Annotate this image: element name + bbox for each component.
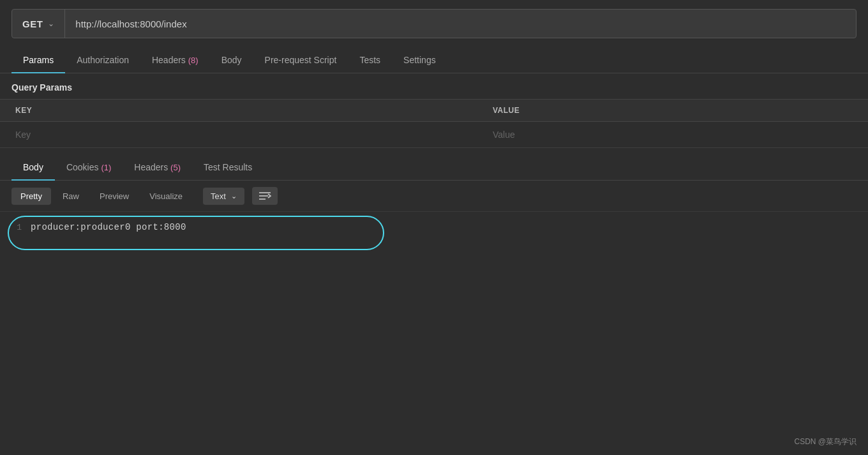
text-format-dropdown[interactable]: Text ⌄ [203,188,244,205]
format-bar: Pretty Raw Preview Visualize Text ⌄ [0,181,868,212]
tab-params[interactable]: Params [11,47,65,73]
tab-tests[interactable]: Tests [348,47,392,73]
headers-badge: (8) [188,56,198,65]
request-tabs: Params Authorization Headers (8) Body Pr… [0,47,868,73]
col-header-value: VALUE [477,100,868,122]
wrap-icon [258,191,271,201]
query-params-header: Query Params [0,73,868,99]
http-method: GET [22,19,43,29]
word-wrap-button[interactable] [252,187,278,205]
params-table: KEY VALUE Key Value [0,99,868,148]
url-bar: GET ⌄ [11,9,857,38]
response-tab-testresults[interactable]: Test Results [192,154,264,180]
response-body: 1 producer:producer0 port:8000 [0,212,868,242]
text-dropdown-chevron-icon: ⌄ [231,192,237,200]
tab-body[interactable]: Body [210,47,253,73]
tab-authorization[interactable]: Authorization [65,47,140,73]
response-headers-badge: (5) [170,163,181,172]
url-input[interactable] [65,10,856,38]
method-selector[interactable]: GET ⌄ [12,10,65,38]
oval-highlight [8,216,384,250]
tab-prerequest[interactable]: Pre-request Script [253,47,348,73]
value-input-cell[interactable]: Value [477,122,868,148]
cookies-badge: (1) [101,163,111,172]
response-tab-headers[interactable]: Headers (5) [123,154,192,180]
key-input-cell[interactable]: Key [0,122,477,148]
response-tab-cookies[interactable]: Cookies (1) [55,154,123,180]
tab-headers[interactable]: Headers (8) [140,47,210,73]
watermark: CSDN @菜鸟学识 [794,436,857,447]
response-tab-body[interactable]: Body [11,154,55,180]
col-header-key: KEY [0,100,477,122]
response-line-1: 1 producer:producer0 port:8000 [11,222,857,232]
method-chevron-icon: ⌄ [48,19,54,28]
line-content: producer:producer0 port:8000 [31,222,186,232]
response-tabs: Body Cookies (1) Headers (5) Test Result… [0,154,868,181]
format-visualize-button[interactable]: Visualize [140,188,191,205]
tab-settings[interactable]: Settings [392,47,447,73]
line-number: 1 [11,223,22,232]
format-pretty-button[interactable]: Pretty [11,188,51,205]
format-raw-button[interactable]: Raw [54,188,88,205]
table-row: Key Value [0,122,868,148]
format-preview-button[interactable]: Preview [91,188,138,205]
